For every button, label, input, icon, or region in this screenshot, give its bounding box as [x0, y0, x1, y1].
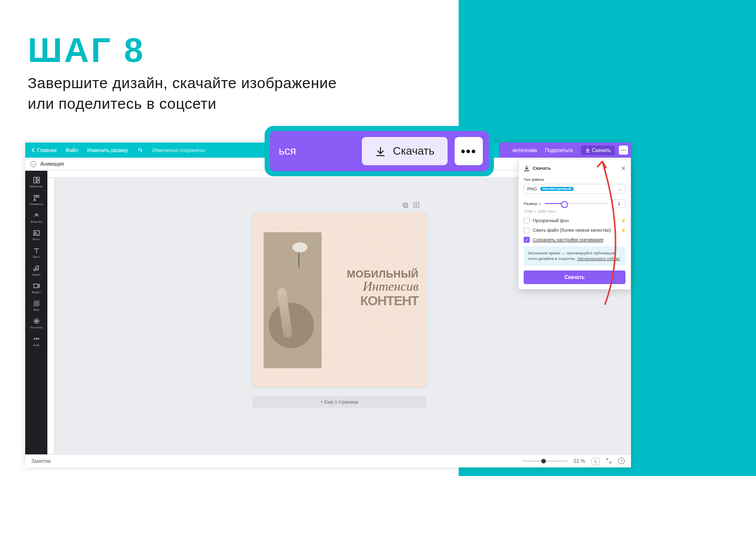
nav-logos[interactable]: coЛоготипы: [25, 315, 47, 331]
svg-rect-7: [33, 284, 37, 288]
animation-icon[interactable]: [30, 161, 36, 167]
header-download-button[interactable]: Скачать: [581, 146, 615, 155]
zoom-slider[interactable]: [522, 460, 568, 462]
svg-rect-2: [37, 180, 39, 183]
download-popover: Скачать × Тип файла PNG РЕКОМЕНДУЕМЫЙ ⌄ …: [518, 159, 631, 290]
add-page-icon[interactable]: [413, 201, 419, 210]
undo-icon[interactable]: [137, 147, 143, 153]
nav-background[interactable]: Фон: [25, 297, 47, 314]
download-icon: [524, 165, 530, 171]
side-nav: Шаблоны Элементы Загрузки Фото Текст Ауд…: [25, 171, 47, 454]
chevron-down-icon: ⌄: [618, 186, 622, 191]
svg-point-12: [38, 338, 39, 339]
home-label: Главная: [37, 148, 56, 153]
nav-uploads[interactable]: Загрузки: [25, 209, 47, 226]
svg-rect-13: [403, 203, 407, 207]
checkbox-compress[interactable]: [524, 227, 530, 233]
design-text-block[interactable]: МОБИЛЬНЫЙ Интенсив КОНТЕНТ: [347, 268, 418, 309]
step-title: ШАГ 8: [28, 30, 145, 70]
step-subtitle-line1: Завершите дизайн, скачайте изображение: [28, 75, 337, 91]
nav-photos[interactable]: Фото: [25, 227, 47, 243]
svg-rect-14: [404, 204, 408, 208]
notes-button[interactable]: Заметки: [31, 458, 50, 464]
add-page-button[interactable]: + Еще 1 страница: [253, 396, 426, 408]
callout-bubble: ься Скачать •••: [265, 126, 494, 176]
right-header-bar: интенсива Поделиться Скачать ⋯: [499, 143, 631, 158]
help-icon[interactable]: ?: [618, 457, 625, 465]
svg-text:co: co: [35, 320, 38, 322]
page-indicator[interactable]: 1: [591, 458, 600, 465]
nav-elements[interactable]: Элементы: [25, 191, 47, 208]
callout-fragment: ься: [279, 145, 296, 158]
crown-icon: ♛: [621, 218, 625, 223]
share-button[interactable]: Поделиться: [541, 146, 577, 155]
zoom-value[interactable]: 51 %: [574, 458, 585, 464]
file-menu[interactable]: Файл: [66, 148, 78, 153]
filetype-label: Тип файла: [524, 177, 625, 182]
design-text-1: МОБИЛЬНЫЙ: [347, 268, 418, 280]
header-more-button[interactable]: ⋯: [619, 146, 628, 155]
filetype-value: PNG: [527, 186, 537, 191]
svg-rect-4: [37, 195, 39, 197]
close-icon[interactable]: ×: [621, 164, 625, 172]
design-text-3: КОНТЕНТ: [347, 293, 418, 309]
duplicate-page-icon[interactable]: [402, 201, 408, 210]
size-label: Размер ×: [524, 201, 541, 206]
svg-rect-5: [33, 231, 39, 235]
home-button[interactable]: Главная: [31, 148, 56, 153]
callout-more-button[interactable]: •••: [455, 137, 483, 165]
size-slider[interactable]: [545, 203, 608, 204]
save-status: Изменения сохранены: [152, 148, 205, 153]
checkbox-transparent[interactable]: [524, 218, 530, 224]
callout-download-button[interactable]: Скачать: [362, 137, 448, 165]
svg-text:?: ?: [620, 459, 623, 463]
opt-compress-row[interactable]: Сжать файл (более низкое качество) ♛: [524, 227, 625, 233]
filetype-select[interactable]: PNG РЕКОМЕНДУЕМЫЙ ⌄: [524, 184, 625, 194]
ruler-vertical: [47, 178, 54, 454]
download-icon: [375, 146, 386, 157]
nav-video[interactable]: Видео: [25, 280, 47, 296]
crown-icon: ♛: [621, 228, 625, 233]
design-text-2: Интенсив: [347, 279, 418, 294]
svg-point-3: [34, 195, 36, 197]
svg-point-10: [34, 338, 35, 339]
step-subtitle: Завершите дизайн, скачайте изображение и…: [28, 73, 337, 114]
opt-transparent-row[interactable]: Прозрачный фон ♛: [524, 218, 625, 224]
svg-rect-0: [33, 177, 36, 183]
page-tools: [402, 201, 419, 210]
bottom-bar: Заметки 51 % 1 ?: [25, 454, 631, 467]
recommended-badge: РЕКОМЕНДУЕМЫЙ: [540, 187, 574, 191]
doc-title-fragment: интенсива: [513, 148, 537, 153]
popover-download-button[interactable]: Скачать: [524, 270, 625, 284]
schedule-promo: Экономьте время — запланируйте публикаци…: [524, 246, 625, 265]
nav-audio[interactable]: Аудио: [25, 262, 47, 279]
nav-text[interactable]: Текст: [25, 244, 47, 261]
animation-label[interactable]: Анимация: [40, 161, 64, 167]
nav-templates[interactable]: Шаблоны: [25, 174, 47, 190]
svg-point-11: [36, 338, 37, 339]
step-subtitle-line2: или поделитесь в соцсети: [28, 95, 216, 112]
schedule-link[interactable]: Запланировать сейчас: [577, 256, 620, 261]
design-photo[interactable]: [264, 232, 322, 368]
design-page[interactable]: МОБИЛЬНЫЙ Интенсив КОНТЕНТ: [253, 213, 426, 387]
popover-title: Скачать: [533, 166, 551, 171]
size-value-input[interactable]: 1: [612, 199, 625, 208]
dimensions-text: 1080 × 1080 пикс.: [524, 209, 625, 214]
nav-more[interactable]: Еще: [25, 332, 47, 349]
svg-rect-1: [37, 177, 39, 180]
checkbox-savesettings[interactable]: ✓: [524, 237, 530, 243]
resize-menu[interactable]: Изменить размер: [87, 148, 128, 153]
fullscreen-icon[interactable]: [606, 458, 612, 465]
opt-savesettings-row[interactable]: ✓ Сохранить настройки скачивания: [524, 237, 625, 243]
